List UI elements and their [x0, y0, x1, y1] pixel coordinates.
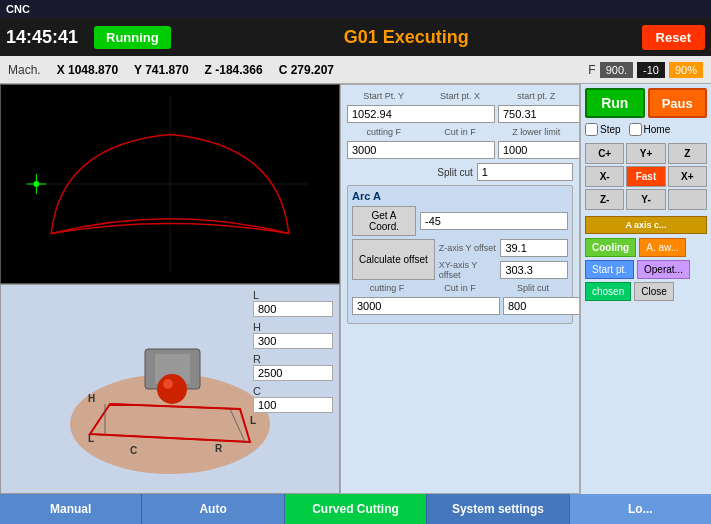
step-check: Step	[585, 123, 621, 136]
app-title: CNC	[6, 3, 30, 15]
x-plus-button[interactable]: X+	[668, 166, 707, 187]
start-pt-button[interactable]: Start pt.	[585, 260, 634, 279]
svg-text:C: C	[130, 445, 137, 456]
step-checkbox[interactable]	[585, 123, 598, 136]
calculate-offset-button[interactable]: Calculate offset	[352, 239, 435, 280]
c-coord: C 279.207	[279, 63, 334, 77]
run-pause-row: Run Paus	[585, 88, 707, 118]
arc-section: Arc A Get A Coord. Calculate offset Z-ax…	[347, 185, 573, 324]
model-area: H L L R C L 800 H 300	[0, 284, 340, 494]
title-bar: CNC	[0, 0, 711, 18]
manual-button[interactable]: Manual	[0, 494, 142, 524]
get-a-val-input[interactable]	[420, 212, 568, 230]
z-minus-button[interactable]: Z-	[585, 189, 624, 210]
a-axis-button[interactable]: A axis c...	[585, 216, 707, 234]
pct-display: 90%	[669, 62, 703, 78]
params-panel: L 800 H 300 R 2500 C 100	[249, 285, 339, 421]
r-param: R 2500	[253, 353, 335, 381]
a-flow-button[interactable]: A. aw...	[639, 238, 686, 257]
chosen-button[interactable]: chosen	[585, 282, 631, 301]
home-checkbox[interactable]	[629, 123, 642, 136]
get-a-coord-row: Get A Coord.	[352, 206, 568, 236]
status-bar: 14:45:41 Running G01 Executing Reset	[0, 18, 711, 56]
auto-button[interactable]: Auto	[142, 494, 284, 524]
last-button[interactable]: Lo...	[570, 494, 711, 524]
svg-point-9	[157, 374, 187, 404]
operat-button[interactable]: Operat...	[637, 260, 690, 279]
left-panel: H L L R C L 800 H 300	[0, 84, 340, 494]
bottom-bar: Manual Auto Curved Cutting System settin…	[0, 494, 711, 524]
chosen-close-row: chosen Close	[585, 282, 707, 301]
run-button[interactable]: Run	[585, 88, 645, 118]
start-x-input[interactable]	[498, 105, 580, 123]
start-values	[347, 105, 573, 123]
svg-text:H: H	[88, 393, 95, 404]
startpt-operat-row: Start pt. Operat...	[585, 260, 707, 279]
close-button[interactable]: Close	[634, 282, 674, 301]
cut-in-f-input[interactable]	[498, 141, 580, 159]
h-param: H 300	[253, 321, 335, 349]
right-panel: Run Paus Step Home C+ Y+ Z X- Fast X+ Z-…	[580, 84, 711, 494]
reset-button[interactable]: Reset	[642, 25, 705, 50]
start-headers: Start Pt. Y Start pt. X start pt. Z	[347, 91, 573, 101]
fast-button[interactable]: Fast	[626, 166, 665, 187]
svg-text:L: L	[88, 433, 94, 444]
z-axis-offset-input[interactable]	[500, 239, 568, 257]
z-offset-row: Calculate offset Z-axis Y offset XY-axis…	[352, 239, 568, 280]
x-coord: X 1048.870	[57, 63, 118, 77]
cutting2-headers: cutting F Cut in F Split cut	[352, 283, 568, 293]
cutting-f2-input[interactable]	[352, 297, 500, 315]
cutting-f-input[interactable]	[347, 141, 495, 159]
c-param: C 100	[253, 385, 335, 413]
system-settings-button[interactable]: System settings	[427, 494, 569, 524]
c-plus-button[interactable]: C+	[585, 143, 624, 164]
time-display: 14:45:41	[6, 27, 86, 48]
coords-bar: Mach. X 1048.870 Y 741.870 Z -184.366 C …	[0, 56, 711, 84]
empty-jog	[668, 189, 707, 210]
cooling-row: Cooling A. aw...	[585, 238, 707, 257]
f-value: 900.	[600, 62, 633, 78]
running-badge: Running	[94, 26, 171, 49]
g01-label: G01 Executing	[179, 27, 634, 48]
main-area: H L L R C L 800 H 300	[0, 84, 711, 494]
cutting2-values	[352, 297, 568, 315]
canvas-area	[0, 84, 340, 284]
program-curved-cutting-button[interactable]: Curved Cutting	[285, 494, 427, 524]
step-home-row: Step Home	[585, 123, 707, 136]
pause-button[interactable]: Paus	[648, 88, 708, 118]
l-param: L 800	[253, 289, 335, 317]
xy-axis-offset-input[interactable]	[500, 261, 568, 279]
cutting-values	[347, 141, 573, 159]
start-y-input[interactable]	[347, 105, 495, 123]
f-section: F 900. -10 90%	[588, 62, 703, 78]
cooling-button[interactable]: Cooling	[585, 238, 636, 257]
mach-label: Mach.	[8, 63, 41, 77]
z-button[interactable]: Z	[668, 143, 707, 164]
home-check: Home	[629, 123, 671, 136]
y-minus-button[interactable]: Y-	[626, 189, 665, 210]
split-cut-row: Split cut	[347, 163, 573, 181]
center-panel: Start Pt. Y Start pt. X start pt. Z cutt…	[340, 84, 580, 494]
y-coord: Y 741.870	[134, 63, 189, 77]
cutting-headers: cutting F Cut in F Z lower limit	[347, 127, 573, 137]
svg-text:R: R	[215, 443, 223, 454]
cut-in-f2-input[interactable]	[503, 297, 580, 315]
svg-point-10	[163, 379, 173, 389]
y-plus-button[interactable]: Y+	[626, 143, 665, 164]
get-a-coord-button[interactable]: Get A Coord.	[352, 206, 416, 236]
z-coord: Z -184.366	[205, 63, 263, 77]
jog-grid: C+ Y+ Z X- Fast X+ Z- Y-	[585, 143, 707, 210]
f-minus: -10	[637, 62, 665, 78]
split-cut-input[interactable]	[477, 163, 573, 181]
x-minus-button[interactable]: X-	[585, 166, 624, 187]
